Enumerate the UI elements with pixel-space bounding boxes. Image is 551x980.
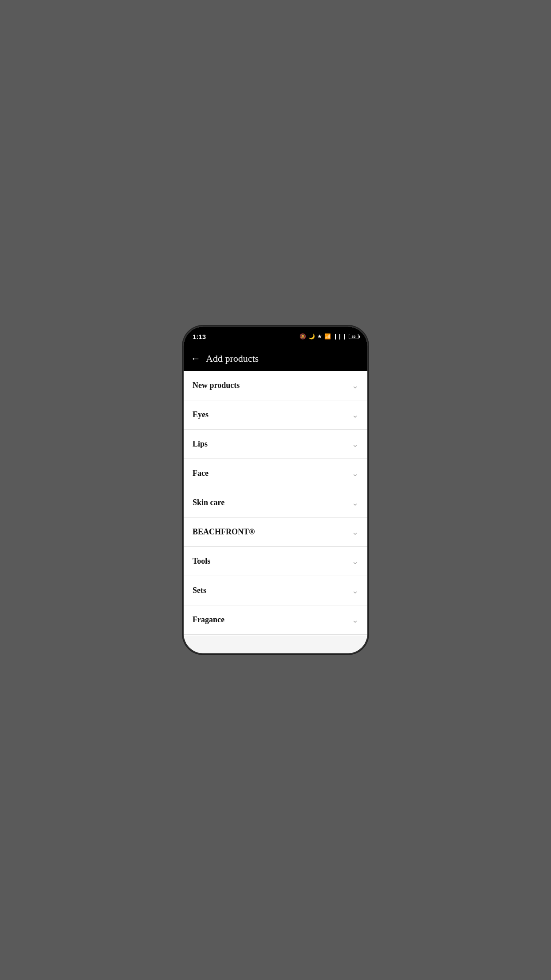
chevron-down-icon: ⌄ (352, 440, 358, 448)
back-button[interactable]: ← (191, 353, 201, 364)
category-label-eyes: Eyes (193, 410, 209, 419)
chevron-down-icon: ⌄ (352, 587, 358, 595)
category-label-new-products: New products (193, 381, 240, 390)
wifi-icon: 📶 (324, 333, 331, 340)
category-label-sets: Sets (193, 586, 206, 595)
page-title: Add products (206, 353, 259, 364)
chevron-down-icon: ⌄ (352, 557, 358, 565)
category-item-sets[interactable]: Sets⌄ (184, 576, 367, 605)
bluetooth-icon: ★ (317, 333, 322, 340)
category-item-skin-care[interactable]: Skin care⌄ (184, 488, 367, 518)
header: ← Add products (184, 346, 367, 371)
chevron-down-icon: ⌄ (352, 616, 358, 624)
battery-icon: 85 (349, 334, 358, 339)
signal-icon: ❙❙❙ (333, 333, 346, 340)
status-time: 1:13 (193, 333, 206, 340)
category-item-eyes[interactable]: Eyes⌄ (184, 400, 367, 430)
category-item-face[interactable]: Face⌄ (184, 459, 367, 488)
chevron-down-icon: ⌄ (352, 382, 358, 390)
status-icons: 🔕 🌙 ★ 📶 ❙❙❙ 85 (299, 333, 358, 340)
chevron-down-icon: ⌄ (352, 499, 358, 507)
category-list: New products⌄Eyes⌄Lips⌄Face⌄Skin care⌄BE… (184, 371, 367, 636)
chevron-down-icon: ⌄ (352, 411, 358, 419)
status-bar: 1:13 🔕 🌙 ★ 📶 ❙❙❙ 85 (184, 327, 367, 346)
phone-screen: 1:13 🔕 🌙 ★ 📶 ❙❙❙ 85 ← Add products New p… (184, 327, 367, 653)
category-item-fragance[interactable]: Fragance⌄ (184, 605, 367, 635)
category-item-tools[interactable]: Tools⌄ (184, 547, 367, 576)
category-item-lips[interactable]: Lips⌄ (184, 430, 367, 459)
category-label-skin-care: Skin care (193, 498, 224, 507)
category-label-fragance: Fragance (193, 615, 224, 624)
category-item-beachfront[interactable]: BEACHFRONT®⌄ (184, 518, 367, 547)
mute-icon: 🔕 (299, 333, 306, 340)
category-item-new-products[interactable]: New products⌄ (184, 371, 367, 400)
category-label-lips: Lips (193, 439, 208, 449)
category-label-tools: Tools (193, 557, 210, 566)
chevron-down-icon: ⌄ (352, 528, 358, 536)
category-label-beachfront: BEACHFRONT® (193, 527, 255, 537)
category-label-face: Face (193, 469, 209, 478)
moon-icon: 🌙 (308, 333, 315, 340)
chevron-down-icon: ⌄ (352, 470, 358, 478)
phone-frame: 1:13 🔕 🌙 ★ 📶 ❙❙❙ 85 ← Add products New p… (184, 327, 367, 653)
bottom-space (184, 636, 367, 653)
